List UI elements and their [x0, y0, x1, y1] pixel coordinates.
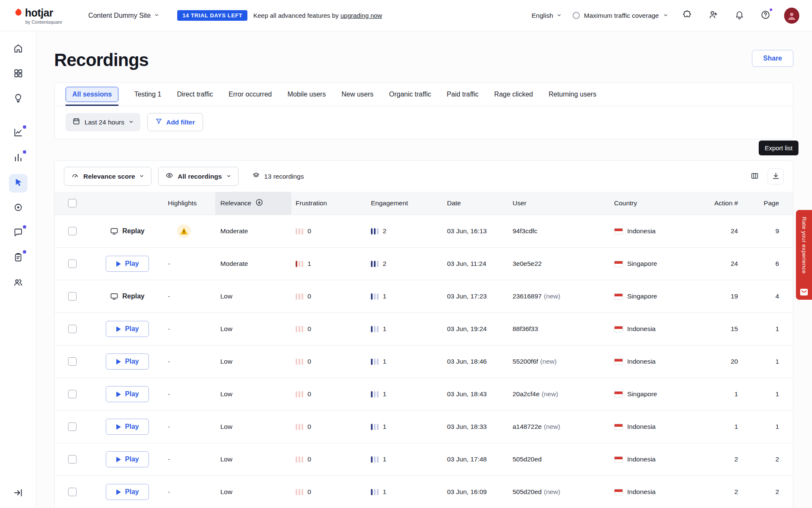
site-selector[interactable]: Content Dummy Site — [88, 12, 160, 19]
tab-testing-1[interactable]: Testing 1 — [134, 91, 161, 98]
hotjar-logo[interactable]: hotjar by Contentsquare — [13, 7, 62, 25]
engagement-bar — [374, 293, 376, 300]
play-button[interactable]: Play — [106, 321, 149, 337]
manage-columns-button[interactable] — [746, 168, 763, 185]
language-selector[interactable]: English — [532, 12, 562, 19]
play-button[interactable]: Play — [106, 451, 149, 467]
highlight-empty: - — [168, 260, 170, 268]
replay-button[interactable]: Replay — [110, 292, 144, 301]
tab-error-occurred[interactable]: Error occurred — [228, 91, 272, 98]
play-button[interactable]: Play — [106, 256, 149, 272]
row-checkbox[interactable] — [68, 390, 77, 398]
row-checkbox[interactable] — [68, 488, 77, 496]
user-header[interactable]: User — [512, 192, 614, 215]
tab-all-sessions[interactable]: All sessions — [66, 87, 118, 102]
frustration-cell: 0 — [291, 215, 366, 247]
frustration-bar — [296, 391, 297, 398]
tab-paid-traffic[interactable]: Paid traffic — [447, 91, 478, 98]
recordings-count-label: 13 recordings — [264, 173, 304, 180]
sidebar-item-surveys[interactable] — [9, 249, 27, 268]
row-checkbox[interactable] — [68, 260, 77, 268]
date-value: 03 Jun, 18:33 — [444, 411, 512, 443]
line-chart-icon — [13, 127, 23, 139]
play-button[interactable]: Play — [106, 386, 149, 402]
frustration-bar — [299, 391, 300, 398]
tab-rage-clicked[interactable]: Rage clicked — [494, 91, 533, 98]
replay-button[interactable]: Replay — [110, 227, 144, 235]
engagement-count: 1 — [383, 488, 387, 496]
page-count-value: 1 — [744, 378, 793, 410]
recordings-filter-dropdown[interactable]: All recordings — [158, 167, 238, 186]
date-header[interactable]: Date — [444, 192, 512, 215]
sidebar-item-funnels[interactable] — [9, 149, 27, 168]
tab-new-users[interactable]: New users — [341, 91, 373, 98]
row-checkbox[interactable] — [68, 422, 77, 431]
table-row[interactable]: Play-Low0103 Jun, 18:4655200f6f (new)Ind… — [55, 345, 793, 378]
table-row[interactable]: Play-Low0103 Jun, 18:4320a2cf4e (new)Sin… — [55, 378, 793, 410]
highlights-header[interactable]: Highlights — [165, 192, 215, 215]
row-checkbox[interactable] — [68, 357, 77, 366]
traffic-coverage-selector[interactable]: Maximum traffic coverage — [573, 12, 668, 19]
highlight-warning-badge[interactable] — [177, 224, 191, 238]
tab-mobile-users[interactable]: Mobile users — [288, 91, 326, 98]
sidebar-item-recordings[interactable] — [9, 174, 27, 193]
sidebar-item-home[interactable] — [9, 40, 27, 58]
frustration-bar — [302, 293, 303, 300]
frustration-header[interactable]: Frustration — [291, 192, 366, 215]
table-row[interactable]: ReplayModerate0203 Jun, 16:1394f3cdfcInd… — [55, 215, 793, 247]
table-row[interactable]: Play-Low0103 Jun, 18:33a148722e (new)Ind… — [55, 410, 793, 443]
play-icon — [116, 489, 121, 495]
play-button[interactable]: Play — [106, 353, 149, 370]
sidebar-item-heatmaps[interactable] — [9, 199, 27, 218]
sidebar-item-dashboards[interactable] — [9, 65, 27, 83]
table-row[interactable]: Play-Low0103 Jun, 17:48505d20edIndonesia… — [55, 443, 793, 475]
help-button[interactable] — [758, 8, 773, 23]
sidebar-item-trends[interactable] — [9, 124, 27, 143]
table-row[interactable]: Play-Low0103 Jun, 19:2488f36f33Indonesia… — [55, 312, 793, 345]
play-button[interactable]: Play — [106, 484, 149, 500]
upgrade-link[interactable]: upgrading now — [340, 12, 382, 19]
calendar-icon — [72, 117, 80, 127]
country-cell: Singapore — [614, 378, 708, 410]
recordings-filter-label: All recordings — [178, 173, 222, 180]
account-menu[interactable] — [784, 8, 799, 23]
date-range-button[interactable]: Last 24 hours — [66, 113, 140, 131]
play-icon — [116, 359, 121, 365]
collapse-sidebar-button[interactable] — [13, 488, 23, 500]
country-header[interactable]: Country — [614, 192, 708, 215]
export-list-button[interactable] — [768, 168, 784, 185]
user-id: 94f3cdfc — [513, 227, 538, 235]
select-all-checkbox[interactable] — [68, 199, 77, 207]
tab-organic-traffic[interactable]: Organic traffic — [389, 91, 431, 98]
row-checkbox[interactable] — [68, 325, 77, 333]
engagement-header[interactable]: Engagement — [366, 192, 444, 215]
sort-desc-icon[interactable] — [255, 198, 263, 208]
play-button[interactable]: Play — [106, 419, 149, 435]
rate-experience-tab[interactable]: Rate your experience — [796, 210, 812, 300]
invite-user-button[interactable] — [705, 8, 721, 23]
integrations-button[interactable] — [679, 8, 694, 23]
action-count-header[interactable]: Action # — [708, 192, 744, 215]
sidebar-item-feedback[interactable] — [9, 224, 27, 243]
sidebar-item-ideas[interactable] — [9, 90, 27, 108]
table-row[interactable]: Play-Moderate1203 Jun, 11:243e0e5e22Sing… — [55, 247, 793, 280]
relevance-header-cell[interactable]: Relevance — [215, 192, 291, 215]
table-row[interactable]: Play-Low0103 Jun, 16:09505d20ed (new)Ind… — [55, 475, 793, 508]
page-count-value: 4 — [744, 280, 793, 312]
funnel-icon — [155, 118, 162, 127]
score-dropdown[interactable]: Relevance score — [64, 167, 151, 186]
add-filter-button[interactable]: Add filter — [147, 113, 203, 131]
tab-direct-traffic[interactable]: Direct traffic — [177, 91, 213, 98]
row-checkbox[interactable] — [68, 292, 77, 301]
row-checkbox[interactable] — [68, 455, 77, 464]
trial-days-badge: 14 TRIAL DAYS LEFT — [177, 10, 247, 21]
table-row[interactable]: Replay-Low0103 Jun, 17:2323616897 (new)S… — [55, 280, 793, 312]
frustration-bar — [299, 326, 300, 332]
page-header[interactable]: Page — [744, 192, 793, 215]
row-checkbox[interactable] — [68, 227, 77, 235]
share-button[interactable]: Share — [752, 50, 793, 67]
notifications-button[interactable] — [732, 8, 747, 23]
tab-returning-users[interactable]: Returning users — [549, 91, 596, 98]
country-cell: Indonesia — [614, 313, 708, 345]
sidebar-item-users[interactable] — [9, 274, 27, 293]
